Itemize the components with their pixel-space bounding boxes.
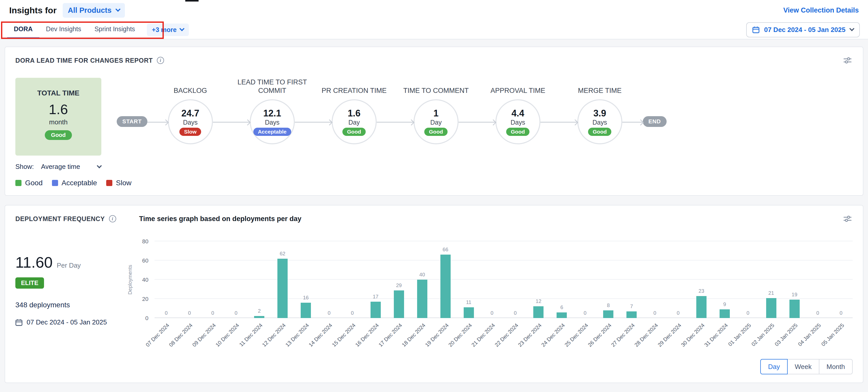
stage-approval-time: APPROVAL TIME4.4DaysGood	[495, 73, 540, 144]
granularity-week[interactable]: Week	[787, 359, 819, 374]
bar-value-label: 0	[491, 310, 493, 316]
bar	[789, 300, 800, 318]
stage-lead-time-to-first-commit: LEAD TIME TO FIRST COMMIT12.1DaysAccepta…	[250, 73, 295, 144]
stage-pr-creation-time: PR CREATION TIME1.6DayGood	[332, 73, 377, 144]
legend-label: Good	[25, 179, 43, 187]
view-collection-details-link[interactable]: View Collection Details	[783, 6, 859, 14]
bar	[696, 296, 707, 318]
stage-value: 1.6	[348, 108, 361, 119]
x-axis-label: 09 Dec 2024	[191, 322, 217, 348]
granularity-day[interactable]: Day	[760, 359, 787, 374]
granularity-month[interactable]: Month	[819, 359, 852, 374]
x-axis-label: 27 Dec 2024	[610, 322, 636, 348]
chart-settings-button[interactable]	[842, 55, 852, 65]
bar	[557, 312, 567, 318]
more-tabs-button[interactable]: +3 more	[147, 24, 189, 36]
x-axis-label: 23 Dec 2024	[517, 322, 543, 348]
lead-time-card-title: DORA LEAD TIME FOR CHANGES REPORT	[16, 57, 153, 64]
stage-value: 4.4	[512, 108, 524, 119]
flow-arrow-icon	[459, 122, 495, 123]
x-axis-label: 19 Dec 2024	[424, 322, 450, 348]
screen-artifact	[185, 0, 198, 2]
flow-arrow-icon	[540, 122, 577, 123]
insights-page: Insights for All Products View Collectio…	[0, 0, 868, 392]
bar-value-label: 0	[584, 310, 587, 316]
x-axis-label: 10 Dec 2024	[214, 322, 240, 348]
bar-value-label: 7	[630, 303, 633, 309]
product-selector[interactable]: All Products	[63, 3, 125, 18]
info-icon[interactable]: i	[109, 215, 116, 222]
tabs: DORADev InsightsSprint Insights	[7, 21, 142, 39]
bar-value-label: 0	[816, 310, 819, 316]
bar	[277, 259, 288, 318]
show-dropdown[interactable]: Average time	[41, 163, 101, 171]
bar-value-label: 0	[188, 310, 191, 316]
x-axis-label: 01 Jan 2025	[727, 322, 752, 348]
bar-value-label: 0	[677, 310, 679, 316]
bar-value-label: 0	[211, 310, 214, 316]
x-axis-label: 12 Dec 2024	[261, 322, 287, 348]
x-axis-label: 30 Dec 2024	[680, 322, 706, 348]
bar-value-label: 21	[769, 290, 774, 296]
deployment-date-range-label: 07 Dec 2024 - 05 Jan 2025	[27, 318, 107, 326]
gridline	[155, 260, 852, 261]
show-row: Show: Average time	[16, 163, 852, 171]
deployment-rate-unit: Per Day	[57, 262, 81, 269]
info-icon[interactable]: i	[157, 57, 164, 64]
stage-name: MERGE TIME	[553, 73, 646, 99]
tab-dora[interactable]: DORA	[7, 21, 39, 39]
stage-circle: 1.6DayGood	[332, 99, 377, 144]
bar-value-label: 40	[420, 272, 425, 278]
stage-circle: 4.4DaysGood	[495, 99, 540, 144]
stage-time-to-comment: TIME TO COMMENT1DayGood	[413, 73, 459, 144]
date-range-picker[interactable]: 07 Dec 2024 - 05 Jan 2025	[746, 22, 860, 37]
status-badge: Good	[588, 128, 611, 136]
x-axis-label: 24 Dec 2024	[540, 322, 566, 348]
x-axis-label: 07 Dec 2024	[145, 322, 170, 348]
bar	[417, 280, 427, 318]
legend-item-good: Good	[16, 179, 43, 187]
stage-value: 1	[433, 108, 439, 119]
x-axis-label: 22 Dec 2024	[494, 322, 520, 348]
stage-value: 3.9	[593, 108, 606, 119]
total-time-label: TOTAL TIME	[37, 89, 80, 97]
chart-plot-area: 0204060800000262160017294066110012608700…	[155, 241, 852, 318]
show-dropdown-value: Average time	[41, 163, 80, 171]
x-axis-label: 28 Dec 2024	[633, 322, 659, 348]
stage-name: LEAD TIME TO FIRST COMMIT	[226, 73, 319, 99]
stage-value: 24.7	[181, 108, 199, 119]
legend-swatch	[106, 180, 112, 186]
x-axis-label: 17 Dec 2024	[377, 322, 403, 348]
x-axis-label: 16 Dec 2024	[354, 322, 380, 348]
tab-group: DORADev InsightsSprint Insights +3 more	[7, 21, 189, 39]
gridline	[155, 298, 852, 299]
deployment-frequency-card: DEPLOYMENT FREQUENCY i Time series graph…	[5, 205, 863, 383]
deployments-bar-chart: Deployments 0204060800000262160017294066…	[118, 241, 852, 354]
bar-value-label: 0	[840, 310, 842, 316]
bar	[254, 316, 264, 318]
stage-unit: Days	[592, 119, 607, 126]
bar-value-label: 2	[258, 308, 261, 314]
tab-bar: DORADev InsightsSprint Insights +3 more …	[0, 21, 868, 39]
bar-value-label: 0	[235, 310, 238, 316]
chevron-down-icon	[849, 26, 855, 31]
x-axis-label: 05 Jan 2025	[820, 322, 845, 348]
x-axis-label: 25 Dec 2024	[563, 322, 589, 348]
bar-value-label: 0	[351, 310, 354, 316]
status-badge: Acceptable	[253, 128, 291, 136]
tab-sprint-insights[interactable]: Sprint Insights	[88, 21, 142, 39]
bar	[766, 298, 776, 318]
legend-label: Slow	[116, 179, 131, 187]
chart-settings-button[interactable]	[842, 214, 852, 224]
x-axis-label: 31 Dec 2024	[703, 322, 729, 348]
flow-arrow-icon	[147, 122, 168, 123]
bar-value-label: 8	[607, 302, 610, 308]
end-pill: END	[643, 116, 666, 127]
legend-item-acceptable: Acceptable	[52, 179, 97, 187]
stage-circle: 1DayGood	[413, 99, 459, 144]
tab-dev-insights[interactable]: Dev Insights	[39, 21, 88, 39]
content-area: DORA LEAD TIME FOR CHANGES REPORT i TOTA…	[0, 39, 868, 383]
bar-value-label: 29	[396, 282, 402, 289]
x-axis-label: 04 Jan 2025	[797, 322, 822, 348]
bar-value-label: 0	[746, 310, 749, 316]
